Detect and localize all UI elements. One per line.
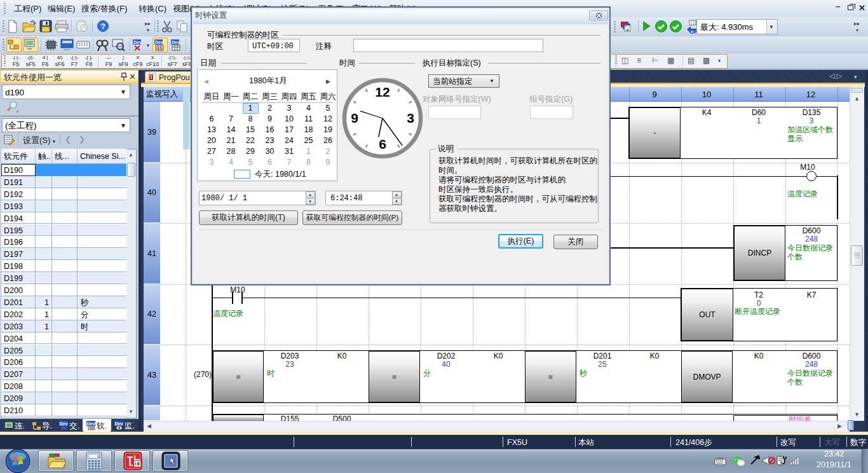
svg-text:0: 0 (97, 455, 100, 459)
svg-text:Dev: Dev (87, 422, 95, 426)
svg-text:?: ? (100, 22, 105, 31)
svg-text:Dev: Dev (155, 40, 163, 45)
svg-text:Dev: Dev (133, 40, 142, 45)
svg-text:9: 9 (351, 111, 358, 125)
svg-text:3: 3 (407, 111, 414, 125)
svg-text:12: 12 (375, 85, 390, 99)
svg-text:Dev: Dev (60, 422, 68, 426)
svg-text:Dev: Dev (115, 422, 123, 426)
svg-text:6: 6 (379, 137, 386, 151)
svg-text:Dev: Dev (172, 40, 180, 45)
